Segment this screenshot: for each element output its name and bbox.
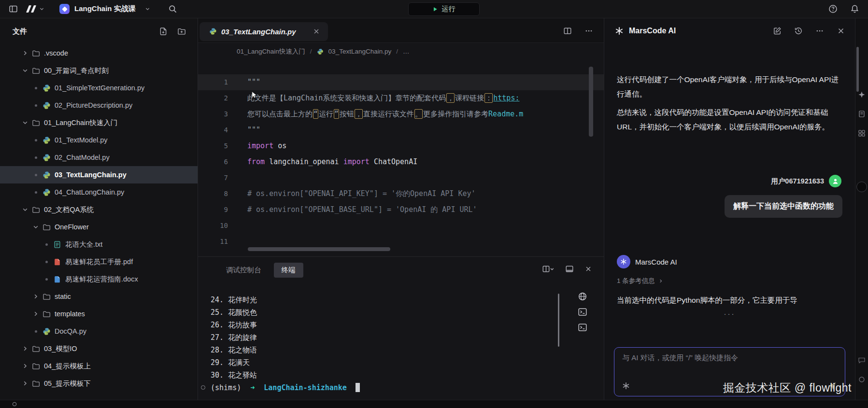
- tree-file-易速鲜花运营指南.docx[interactable]: 易速鲜花运营指南.docx: [0, 270, 198, 288]
- panel-layout-icon[interactable]: [565, 265, 574, 273]
- code-editor[interactable]: 1"""2此文件是【LangChain系统安装和快速入门】章节的配套代码，课程链…: [198, 60, 604, 256]
- status-ring-icon[interactable]: [858, 376, 866, 383]
- tab-03-textlangchain[interactable]: 03_TextLangChain.py: [199, 22, 328, 41]
- tab-terminal[interactable]: 终端: [274, 263, 303, 278]
- tree-folder-04_提示模板上[interactable]: 04_提示模板上: [0, 357, 198, 375]
- code-line-6[interactable]: 6from langchain_openai import ChatOpenAI: [198, 154, 604, 170]
- tree-file-01_TextModel.py[interactable]: 01_TextModel.py: [0, 131, 198, 149]
- new-chat-icon[interactable]: [773, 27, 782, 35]
- help-icon[interactable]: [828, 4, 838, 14]
- chevron-down-icon: [21, 67, 29, 74]
- code-line-7[interactable]: 7: [198, 170, 604, 186]
- ai-more-icon[interactable]: [815, 27, 824, 35]
- file-bullet: [32, 188, 40, 196]
- breadcrumb[interactable]: 01_LangChain快速入门 / 03_TextLangChain.py /…: [198, 43, 604, 60]
- tree-folder-03_模型IO[interactable]: 03_模型IO: [0, 340, 198, 357]
- code-line-3[interactable]: 3您可以点击最上方的“运行”按钮，直接运行该文件。更多操作指引请参考Readme…: [198, 106, 604, 122]
- chevron-down-icon: [21, 119, 29, 127]
- split-editor-icon[interactable]: [563, 27, 572, 35]
- tab-debug-console[interactable]: 调试控制台: [226, 266, 261, 275]
- run-label: 运行: [442, 5, 455, 14]
- new-folder-icon[interactable]: [177, 27, 186, 36]
- chevron-right-icon: [21, 345, 29, 352]
- app-menu-chevron-icon[interactable]: [39, 6, 45, 12]
- new-file-icon[interactable]: [159, 27, 168, 36]
- ai-chat-input[interactable]: [622, 353, 837, 362]
- chevron-right-icon: [21, 362, 29, 370]
- tree-folder-02_文档QA系统[interactable]: 02_文档QA系统: [0, 201, 198, 218]
- tree-file-04_ChatLongChain.py[interactable]: 04_ChatLongChain.py: [0, 183, 198, 201]
- close-ai-panel-icon[interactable]: [837, 27, 845, 35]
- marscode-ai-panel: MarsCode AI 这行代码创建了一个OpenAI客户端对象，用于后续与Op…: [604, 18, 855, 400]
- notes-icon[interactable]: [858, 110, 866, 118]
- line-number: 1: [198, 74, 228, 90]
- terminal-output-line: 27. 花的旋律: [211, 331, 604, 344]
- code-line-2[interactable]: 2此文件是【LangChain系统安装和快速入门】章节的配套代码，课程链接：ht…: [198, 90, 604, 106]
- tree-file-02_PictureDescription.py[interactable]: 02_PictureDescription.py: [0, 97, 198, 114]
- breadcrumb-file[interactable]: 03_TextLangChain.py: [328, 48, 392, 55]
- quick-command-icon[interactable]: [622, 382, 630, 390]
- code-line-9[interactable]: 9# os.environ["OPENAI_BASE_URL"] = 'Open…: [198, 202, 604, 218]
- search-icon[interactable]: [168, 4, 177, 14]
- editor-vertical-scrollbar[interactable]: [589, 67, 593, 137]
- project-switcher[interactable]: LangChain 实战课: [59, 4, 151, 14]
- chat-icon[interactable]: [858, 356, 866, 364]
- tree-file-03_TextLangChain.py[interactable]: 03_TextLangChain.py: [0, 166, 198, 183]
- terminal-output[interactable]: 24. 花伴时光25. 花颜悦色26. 花坊故事27. 花的旋律28. 花之物语…: [198, 283, 604, 394]
- tree-folder-OneFlower[interactable]: OneFlower: [0, 218, 198, 236]
- code-line-10[interactable]: 10: [198, 218, 604, 234]
- reference-link[interactable]: 1 条参考信息: [617, 277, 842, 285]
- terminal-session-icon[interactable]: [578, 307, 587, 317]
- code-line-4[interactable]: 4""": [198, 122, 604, 138]
- right-rail: [855, 18, 868, 400]
- tree-folder-05_提示模板下[interactable]: 05_提示模板下: [0, 375, 198, 392]
- breadcrumb-more[interactable]: …: [403, 48, 410, 55]
- file-bullet: [32, 101, 40, 109]
- close-tab-icon[interactable]: [313, 28, 320, 35]
- tree-file-02_ChatModel.py[interactable]: 02_ChatModel.py: [0, 149, 198, 166]
- chat-scrollbar[interactable]: [856, 47, 859, 92]
- breadcrumb-folder[interactable]: 01_LangChain快速入门: [237, 47, 305, 56]
- code-line-1[interactable]: 1""": [198, 74, 604, 90]
- toggle-sidebar-icon[interactable]: [9, 4, 18, 14]
- code-line-5[interactable]: 5import os: [198, 138, 604, 154]
- editor-horizontal-scrollbar[interactable]: [248, 247, 390, 251]
- status-bar: [0, 400, 868, 408]
- terminal-env-icon[interactable]: [578, 292, 587, 301]
- chat-history-icon[interactable]: [794, 27, 803, 35]
- line-number: 2: [198, 90, 228, 106]
- folder-icon: [32, 49, 40, 57]
- editor-more-icon[interactable]: [584, 27, 593, 35]
- chevron-right-icon: [32, 310, 40, 318]
- terminal-prompt[interactable]: (shims) ➜ LangChain-shizhanke: [211, 381, 604, 394]
- tree-folder-00_开篇词_奇点时刻[interactable]: 00_开篇词_奇点时刻: [0, 62, 198, 79]
- notifications-icon[interactable]: [850, 4, 859, 14]
- apps-icon[interactable]: [858, 129, 866, 137]
- code-text: [228, 218, 247, 234]
- profile-avatar[interactable]: [856, 182, 867, 192]
- terminal-session-icon[interactable]: [578, 323, 587, 332]
- chevron-right-icon: [658, 278, 664, 284]
- txt-file-icon: [53, 240, 61, 249]
- tree-folder-static[interactable]: static: [0, 288, 198, 305]
- tree-file-01_SimpleTextGeneration.py[interactable]: 01_SimpleTextGeneration.py: [0, 79, 198, 97]
- project-badge-icon: [59, 4, 70, 14]
- tree-folder-templates[interactable]: templates: [0, 305, 198, 323]
- tree-item-label: .vscode: [44, 49, 68, 57]
- project-name: LangChain 实战课: [74, 4, 136, 14]
- code-line-8[interactable]: 8# os.environ["OPENAI_API_KEY"] = '你的Ope…: [198, 186, 604, 202]
- terminal-scrollbar[interactable]: [558, 294, 559, 347]
- tree-folder-.vscode[interactable]: .vscode: [0, 44, 198, 62]
- ai-panel-title: MarsCode AI: [629, 27, 676, 35]
- sparkle-icon[interactable]: [858, 91, 866, 98]
- prompt-env: (shims): [211, 383, 241, 392]
- close-panel-icon[interactable]: [584, 265, 592, 273]
- code-text: [228, 170, 247, 186]
- tree-file-易速鲜花员工手册.pdf[interactable]: 易速鲜花员工手册.pdf: [0, 253, 198, 270]
- tree-file-花语大全.txt[interactable]: 花语大全.txt: [0, 236, 198, 253]
- remote-status-icon[interactable]: [12, 401, 17, 407]
- tree-file-DocQA.py[interactable]: DocQA.py: [0, 323, 198, 340]
- split-terminal-icon[interactable]: [542, 265, 555, 273]
- run-button[interactable]: 运行: [408, 2, 480, 16]
- tree-folder-01_LangChain快速入门[interactable]: 01_LangChain快速入门: [0, 114, 198, 131]
